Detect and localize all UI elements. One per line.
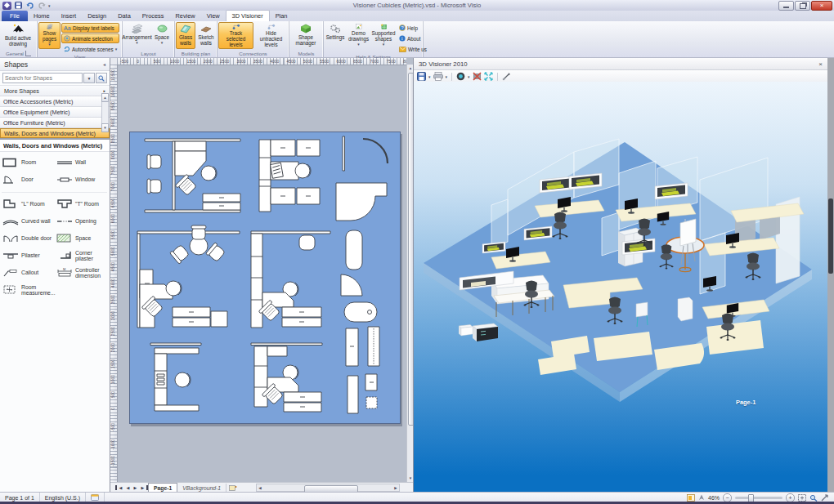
stencil-office-equipment[interactable]: Office Equipment (Metric) xyxy=(0,107,110,118)
zoom-level[interactable]: 46% xyxy=(708,495,720,501)
arrangement-button[interactable]: Arrangement ▾ xyxy=(123,22,150,49)
tab-review[interactable]: Review xyxy=(169,11,200,21)
print-3d-view-button[interactable] xyxy=(433,72,443,81)
pointer-tool-icon[interactable] xyxy=(698,494,705,501)
panel-scrollbar[interactable] xyxy=(827,58,834,492)
display-text-labels-button[interactable]: Aa Display text labels xyxy=(61,23,119,33)
scroll-down-icon[interactable]: ▼ xyxy=(101,123,109,132)
camera-button[interactable] xyxy=(456,72,465,81)
supported-shapes-button[interactable]: Supported shapes ▾ xyxy=(371,22,396,49)
save-3d-view-button[interactable] xyxy=(417,72,426,81)
tab-data[interactable]: Data xyxy=(112,11,137,21)
show-pages-button[interactable]: Show pages ▾ xyxy=(38,22,61,49)
zoom-out-button[interactable]: − xyxy=(723,493,732,502)
stencil-list-scrollbar[interactable]: ▲ ▼ xyxy=(101,93,109,132)
cubicle-workstation-4[interactable] xyxy=(251,231,330,328)
tab-file[interactable]: File xyxy=(2,11,28,21)
build-active-drawing-button[interactable]: Build active drawing xyxy=(1,22,35,49)
shape-l-room[interactable]: "L" Room xyxy=(2,196,56,212)
scroll-up-icon[interactable]: ▲ xyxy=(101,93,109,102)
insert-page-button[interactable] xyxy=(226,484,240,491)
zoom-slider[interactable] xyxy=(735,497,782,499)
fit-view-button[interactable] xyxy=(484,72,493,81)
shape-room-measurements[interactable]: Room measureme... xyxy=(2,282,56,297)
page-tab-vbackground1[interactable]: VBackground-1 xyxy=(177,484,226,493)
controller-dimension-icon: M xyxy=(56,267,74,278)
pointer-mode-button[interactable] xyxy=(502,72,511,81)
tab-home[interactable]: Home xyxy=(28,11,56,21)
shape-space[interactable]: Space xyxy=(56,230,107,246)
space-button[interactable]: Space ▾ xyxy=(151,22,173,49)
track-selected-levels-button[interactable]: Track selected levels xyxy=(218,22,253,49)
stencil-office-accessories[interactable]: Office Accessories (Metric) xyxy=(0,96,110,107)
shape-corner-pilaster[interactable]: Corner pilaster xyxy=(56,248,107,263)
print-dropdown-icon[interactable]: ▾ xyxy=(446,74,448,79)
shape-t-room[interactable]: "T" Room xyxy=(56,196,107,212)
fit-window-button[interactable] xyxy=(687,494,695,502)
last-page-button[interactable]: ▶ xyxy=(139,485,148,490)
demo-drawings-button[interactable]: Demo drawings ▾ xyxy=(347,22,370,49)
tab-view[interactable]: View xyxy=(201,11,226,21)
sketch-walls-button[interactable]: Sketch walls xyxy=(196,22,216,49)
shape-controller-dimension[interactable]: M Controller dimension xyxy=(56,265,107,280)
camera-dropdown-icon[interactable]: ▾ xyxy=(468,74,470,79)
pan-zoom-button[interactable] xyxy=(809,494,818,502)
tab-insert[interactable]: Insert xyxy=(56,11,82,21)
no-camera-button[interactable] xyxy=(473,72,482,81)
more-shapes-item[interactable]: More Shapes ▸ xyxy=(0,86,110,96)
fit-page-button[interactable] xyxy=(798,494,806,502)
tab-3d-visioner[interactable]: 3D Visioner xyxy=(226,10,270,21)
hide-untracked-levels-button[interactable]: Hide untracked levels xyxy=(254,22,288,49)
close-button[interactable]: × xyxy=(811,1,832,11)
cubicle-workstation-3[interactable] xyxy=(137,225,240,328)
restore-button[interactable] xyxy=(795,1,810,11)
drawing-canvas[interactable] xyxy=(117,65,406,482)
glass-walls-button[interactable]: Glass walls xyxy=(176,22,195,49)
animate-selection-button[interactable]: Animate selection xyxy=(61,33,119,43)
general-dialog-launcher[interactable] xyxy=(25,51,31,56)
search-input[interactable] xyxy=(2,73,83,83)
tab-design[interactable]: Design xyxy=(82,11,112,21)
3d-panel-title: 3D Visioner 2010 xyxy=(419,60,468,68)
canvas-horizontal-scrollbar[interactable]: ◀ ▶ xyxy=(256,484,400,492)
cubicle-workstation-6[interactable] xyxy=(251,343,322,412)
shape-curved-wall[interactable]: Curved wall xyxy=(2,213,56,229)
first-page-button[interactable]: ◀ xyxy=(115,485,124,490)
settings-button[interactable]: Settings xyxy=(325,22,346,49)
panel-scrollbar-thumb[interactable] xyxy=(828,198,833,274)
collapse-panel-icon[interactable]: ◂ xyxy=(103,61,105,67)
shape-opening[interactable]: Opening xyxy=(56,213,107,229)
search-dropdown-icon[interactable]: ▼ xyxy=(83,73,95,83)
cubicle-workstation-5[interactable] xyxy=(150,343,201,411)
shape-wall[interactable]: Wall xyxy=(56,154,107,170)
minimize-button[interactable] xyxy=(778,1,794,11)
scroll-right-icon[interactable]: ▶ xyxy=(392,486,399,490)
switch-windows-button[interactable] xyxy=(821,494,829,502)
shape-manager-button[interactable]: Shape manager xyxy=(290,22,321,49)
drawing-page[interactable] xyxy=(129,132,401,424)
close-panel-icon[interactable]: × xyxy=(818,60,823,68)
tab-process[interactable]: Process xyxy=(137,11,170,21)
3d-viewport[interactable]: Page-1 xyxy=(414,82,827,492)
ribbon-tab-row: File Home Insert Design Data Process Rev… xyxy=(0,11,834,21)
shape-window[interactable]: Window xyxy=(56,172,107,187)
zoom-in-button[interactable]: + xyxy=(786,493,795,502)
shape-room[interactable]: Room xyxy=(2,154,56,170)
autorotate-scenes-button[interactable]: Autorotate scenes ▾ xyxy=(61,44,119,54)
next-page-button[interactable]: ▶ xyxy=(132,485,139,490)
shape-door[interactable]: Door xyxy=(2,172,56,187)
cubicle-workstation-1[interactable] xyxy=(145,139,240,212)
shape-pilaster[interactable]: Pilaster xyxy=(2,248,56,263)
office-chair xyxy=(637,219,652,247)
cubicle-workstation-2[interactable] xyxy=(259,140,320,212)
wall-door-and-furniture-shapes[interactable] xyxy=(336,136,388,413)
prev-page-button[interactable]: ◀ xyxy=(124,485,132,490)
save-dropdown-icon[interactable]: ▾ xyxy=(428,74,431,79)
shape-double-door[interactable]: Double door xyxy=(2,230,56,246)
scroll-left-icon[interactable]: ◀ xyxy=(257,486,263,490)
shape-callout[interactable]: Callout xyxy=(2,265,56,280)
stencil-walls-doors-windows[interactable]: Walls, Doors and Windows (Metric) xyxy=(0,128,110,138)
tab-plan[interactable]: Plan xyxy=(270,11,294,21)
search-icon[interactable] xyxy=(96,73,107,83)
stencil-office-furniture[interactable]: Office Furniture (Metric) xyxy=(0,118,110,128)
